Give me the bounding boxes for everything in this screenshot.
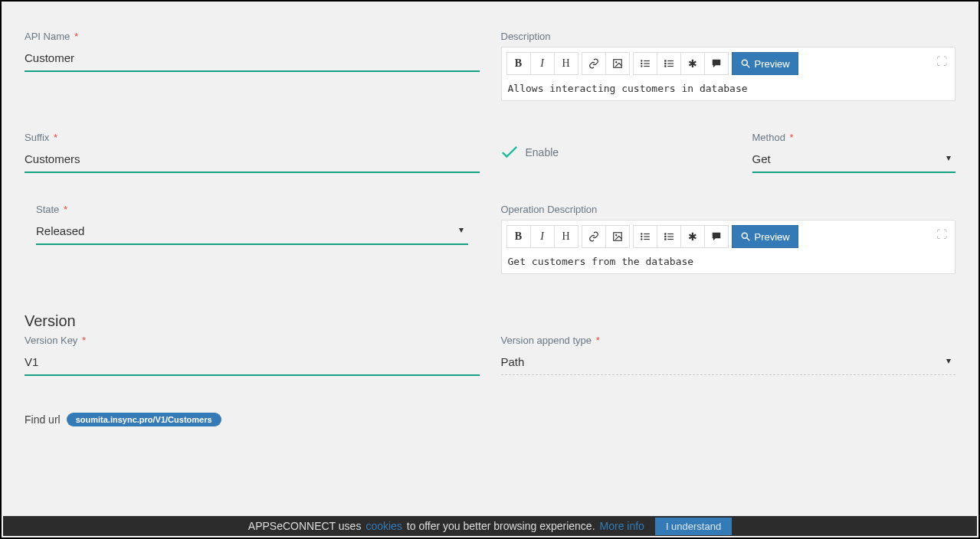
link-button[interactable] — [582, 52, 606, 75]
svg-rect-26 — [664, 238, 666, 240]
cookie-text-pre: APPSeCONNECT uses — [248, 520, 362, 532]
comment-button[interactable] — [704, 225, 729, 248]
svg-point-4 — [641, 65, 642, 67]
search-icon — [740, 231, 751, 242]
more-info-link[interactable]: More info — [600, 520, 644, 532]
list-ul-icon — [640, 231, 651, 242]
description-field: Description ⛶ B I H — [501, 31, 956, 101]
svg-point-18 — [641, 233, 642, 234]
fullscreen-icon[interactable]: ⛶ — [936, 228, 947, 240]
op-description-field: Operation Description ⛶ B I H — [501, 204, 956, 274]
svg-line-15 — [746, 65, 749, 68]
fullscreen-icon[interactable]: ⛶ — [936, 55, 947, 67]
link-button[interactable] — [582, 225, 606, 248]
list-ol-icon — [664, 58, 674, 69]
description-content[interactable]: Allows interacting customers in database — [506, 78, 951, 96]
svg-point-30 — [742, 233, 747, 238]
op-description-content[interactable]: Get customers from the database — [506, 251, 951, 269]
op-description-toolbar: B I H — [506, 225, 951, 248]
bold-button[interactable]: B — [506, 52, 531, 75]
method-label: Method * — [752, 132, 956, 143]
preview-button[interactable]: Preview — [732, 225, 798, 248]
version-append-field: Version append type * Path — [501, 335, 956, 376]
op-description-label: Operation Description — [501, 204, 956, 215]
italic-button[interactable]: I — [530, 52, 555, 75]
method-field: Method * Get — [752, 132, 956, 173]
image-button[interactable] — [605, 52, 630, 75]
version-title: Version — [25, 312, 955, 330]
api-name-input[interactable] — [25, 47, 480, 72]
check-icon — [501, 145, 518, 159]
api-name-label: API Name * — [25, 31, 480, 42]
svg-rect-10 — [664, 65, 666, 67]
description-editor: ⛶ B I H — [501, 47, 956, 101]
comment-icon — [711, 231, 722, 242]
state-select[interactable]: Released — [36, 220, 468, 245]
comment-button[interactable] — [704, 52, 729, 75]
heading-button[interactable]: H — [554, 225, 578, 248]
version-key-input[interactable] — [25, 351, 480, 376]
ol-button[interactable] — [657, 225, 681, 248]
cookie-bar: APPSeCONNECT uses cookies to offer you b… — [3, 516, 977, 536]
list-ol-icon — [664, 231, 674, 242]
suffix-field: Suffix * — [25, 132, 480, 173]
op-description-editor: ⛶ B I H — [501, 220, 956, 274]
enable-label: Enable — [526, 146, 559, 158]
form-container: API Name * Description ⛶ B I H — [2, 2, 978, 442]
list-ul-icon — [640, 58, 651, 69]
italic-button[interactable]: I — [530, 225, 555, 248]
svg-rect-0 — [613, 60, 621, 68]
link-icon — [588, 58, 599, 69]
ul-button[interactable] — [633, 52, 657, 75]
image-button[interactable] — [605, 225, 630, 248]
url-pill[interactable]: soumita.insync.pro/V1/Customers — [67, 413, 221, 426]
asterisk-button[interactable]: ✱ — [680, 225, 705, 248]
version-append-select[interactable]: Path — [501, 351, 956, 375]
asterisk-button[interactable]: ✱ — [680, 52, 705, 75]
svg-point-19 — [641, 236, 642, 237]
ol-button[interactable] — [657, 52, 681, 75]
description-label: Description — [501, 31, 956, 42]
find-url-row: Find url soumita.insync.pro/V1/Customers — [25, 413, 955, 426]
bold-button[interactable]: B — [506, 225, 531, 248]
svg-point-20 — [641, 238, 642, 240]
state-field: State * Released — [25, 204, 480, 274]
i-understand-button[interactable]: I understand — [655, 518, 732, 535]
method-select[interactable]: Get — [752, 148, 956, 173]
svg-point-2 — [641, 60, 642, 61]
link-icon — [588, 231, 599, 242]
svg-rect-24 — [664, 233, 666, 234]
svg-point-17 — [615, 234, 617, 236]
image-icon — [612, 231, 623, 242]
svg-point-14 — [742, 60, 747, 65]
find-url-label: Find url — [25, 413, 61, 426]
preview-button[interactable]: Preview — [732, 52, 798, 75]
enable-toggle[interactable]: Enable — [501, 145, 731, 159]
svg-point-1 — [615, 61, 617, 63]
cookie-text-post: to offer you better browsing experience. — [407, 520, 595, 532]
svg-rect-9 — [664, 63, 666, 64]
state-label: State * — [36, 204, 468, 215]
heading-button[interactable]: H — [554, 52, 578, 75]
suffix-label: Suffix * — [25, 132, 480, 143]
svg-point-3 — [641, 63, 642, 64]
enable-method-row: Enable Method * Get — [501, 132, 956, 173]
cookies-link[interactable]: cookies — [365, 520, 402, 532]
svg-rect-16 — [613, 233, 621, 241]
description-toolbar: B I H — [506, 52, 951, 75]
version-section: Version Version Key * Version append typ… — [25, 305, 955, 426]
svg-rect-8 — [664, 60, 666, 61]
api-name-field: API Name * — [25, 31, 480, 101]
version-append-label: Version append type * — [501, 335, 956, 346]
version-key-field: Version Key * — [25, 335, 480, 376]
ul-button[interactable] — [633, 225, 657, 248]
version-key-label: Version Key * — [25, 335, 480, 346]
image-icon — [612, 58, 623, 69]
svg-line-31 — [746, 238, 749, 241]
search-icon — [740, 58, 751, 69]
svg-rect-25 — [664, 236, 666, 237]
comment-icon — [711, 58, 722, 69]
suffix-input[interactable] — [25, 148, 480, 173]
